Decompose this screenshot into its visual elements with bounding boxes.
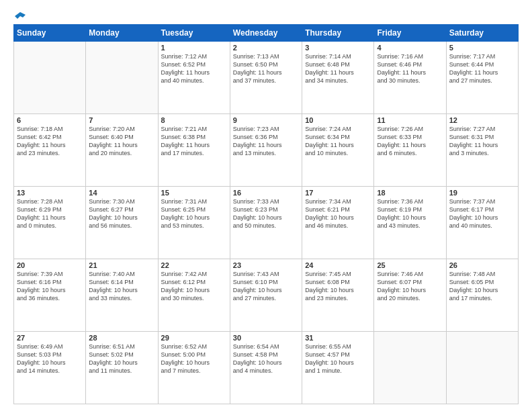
day-number: 25 — [377, 261, 443, 269]
day-info: Sunrise: 7:34 AM Sunset: 6:21 PM Dayligh… — [305, 197, 371, 230]
day-info: Sunrise: 6:49 AM Sunset: 5:03 PM Dayligh… — [17, 342, 83, 375]
day-info: Sunrise: 7:14 AM Sunset: 6:48 PM Dayligh… — [305, 52, 371, 85]
column-header-friday: Friday — [374, 25, 446, 42]
column-header-tuesday: Tuesday — [158, 25, 230, 42]
day-info: Sunrise: 6:51 AM Sunset: 5:02 PM Dayligh… — [89, 342, 154, 375]
calendar-cell: 6Sunrise: 7:18 AM Sunset: 6:42 PM Daylig… — [14, 114, 86, 187]
calendar-cell: 3Sunrise: 7:14 AM Sunset: 6:48 PM Daylig… — [302, 42, 374, 114]
calendar-header-row: SundayMondayTuesdayWednesdayThursdayFrid… — [14, 25, 519, 42]
day-info: Sunrise: 6:55 AM Sunset: 4:57 PM Dayligh… — [305, 342, 371, 375]
logo-bird-icon — [15, 11, 26, 21]
day-number: 22 — [161, 261, 227, 269]
calendar-cell: 8Sunrise: 7:21 AM Sunset: 6:38 PM Daylig… — [158, 114, 230, 187]
day-number: 10 — [305, 116, 371, 124]
day-info: Sunrise: 7:21 AM Sunset: 6:38 PM Dayligh… — [161, 125, 227, 158]
day-number: 8 — [161, 116, 227, 124]
day-info: Sunrise: 7:43 AM Sunset: 6:10 PM Dayligh… — [233, 270, 299, 303]
week-row-1: 1Sunrise: 7:12 AM Sunset: 6:52 PM Daylig… — [14, 42, 519, 114]
calendar-cell: 14Sunrise: 7:30 AM Sunset: 6:27 PM Dayli… — [86, 187, 158, 259]
calendar-cell: 30Sunrise: 6:54 AM Sunset: 4:58 PM Dayli… — [230, 332, 302, 404]
day-number: 17 — [305, 189, 371, 197]
day-number: 23 — [233, 261, 299, 269]
column-header-wednesday: Wednesday — [230, 25, 302, 42]
day-number: 11 — [377, 116, 443, 124]
calendar-cell: 18Sunrise: 7:36 AM Sunset: 6:19 PM Dayli… — [374, 187, 446, 259]
calendar-page: SundayMondayTuesdayWednesdayThursdayFrid… — [0, 0, 532, 411]
day-number: 6 — [17, 116, 83, 124]
day-info: Sunrise: 6:54 AM Sunset: 4:58 PM Dayligh… — [233, 342, 299, 375]
calendar-cell: 9Sunrise: 7:23 AM Sunset: 6:36 PM Daylig… — [230, 114, 302, 187]
calendar-table: SundayMondayTuesdayWednesdayThursdayFrid… — [13, 24, 519, 404]
day-info: Sunrise: 7:33 AM Sunset: 6:23 PM Dayligh… — [233, 197, 299, 230]
calendar-cell: 25Sunrise: 7:46 AM Sunset: 6:07 PM Dayli… — [374, 259, 446, 332]
calendar-cell: 11Sunrise: 7:26 AM Sunset: 6:33 PM Dayli… — [374, 114, 446, 187]
calendar-cell: 13Sunrise: 7:28 AM Sunset: 6:29 PM Dayli… — [14, 187, 86, 259]
calendar-cell — [14, 42, 86, 114]
logo — [13, 11, 26, 19]
day-number: 27 — [17, 334, 83, 342]
calendar-cell: 10Sunrise: 7:24 AM Sunset: 6:34 PM Dayli… — [302, 114, 374, 187]
day-number: 5 — [449, 44, 515, 52]
day-number: 4 — [377, 44, 443, 52]
day-info: Sunrise: 7:20 AM Sunset: 6:40 PM Dayligh… — [89, 125, 154, 158]
calendar-cell: 19Sunrise: 7:37 AM Sunset: 6:17 PM Dayli… — [446, 187, 518, 259]
day-number: 20 — [17, 261, 83, 269]
calendar-cell: 24Sunrise: 7:45 AM Sunset: 6:08 PM Dayli… — [302, 259, 374, 332]
day-number: 19 — [449, 189, 515, 197]
day-number: 30 — [233, 334, 299, 342]
calendar-cell: 5Sunrise: 7:17 AM Sunset: 6:44 PM Daylig… — [446, 42, 518, 114]
calendar-cell: 31Sunrise: 6:55 AM Sunset: 4:57 PM Dayli… — [302, 332, 374, 404]
day-info: Sunrise: 7:30 AM Sunset: 6:27 PM Dayligh… — [89, 197, 154, 230]
day-info: Sunrise: 7:24 AM Sunset: 6:34 PM Dayligh… — [305, 125, 371, 158]
day-number: 24 — [305, 261, 371, 269]
header — [13, 11, 519, 19]
calendar-cell: 16Sunrise: 7:33 AM Sunset: 6:23 PM Dayli… — [230, 187, 302, 259]
svg-marker-0 — [15, 12, 26, 19]
day-info: Sunrise: 6:52 AM Sunset: 5:00 PM Dayligh… — [161, 342, 227, 375]
day-number: 7 — [89, 116, 154, 124]
column-header-saturday: Saturday — [446, 25, 518, 42]
calendar-cell: 28Sunrise: 6:51 AM Sunset: 5:02 PM Dayli… — [86, 332, 158, 404]
day-info: Sunrise: 7:16 AM Sunset: 6:46 PM Dayligh… — [377, 52, 443, 85]
calendar-cell: 20Sunrise: 7:39 AM Sunset: 6:16 PM Dayli… — [14, 259, 86, 332]
day-number: 9 — [233, 116, 299, 124]
calendar-cell: 23Sunrise: 7:43 AM Sunset: 6:10 PM Dayli… — [230, 259, 302, 332]
calendar-cell: 21Sunrise: 7:40 AM Sunset: 6:14 PM Dayli… — [86, 259, 158, 332]
day-info: Sunrise: 7:17 AM Sunset: 6:44 PM Dayligh… — [449, 52, 515, 85]
calendar-cell: 26Sunrise: 7:48 AM Sunset: 6:05 PM Dayli… — [446, 259, 518, 332]
calendar-cell: 1Sunrise: 7:12 AM Sunset: 6:52 PM Daylig… — [158, 42, 230, 114]
day-info: Sunrise: 7:36 AM Sunset: 6:19 PM Dayligh… — [377, 197, 443, 230]
day-number: 14 — [89, 189, 154, 197]
day-info: Sunrise: 7:48 AM Sunset: 6:05 PM Dayligh… — [449, 270, 515, 303]
calendar-cell: 7Sunrise: 7:20 AM Sunset: 6:40 PM Daylig… — [86, 114, 158, 187]
week-row-3: 13Sunrise: 7:28 AM Sunset: 6:29 PM Dayli… — [14, 187, 519, 259]
day-info: Sunrise: 7:37 AM Sunset: 6:17 PM Dayligh… — [449, 197, 515, 230]
day-number: 29 — [161, 334, 227, 342]
day-info: Sunrise: 7:26 AM Sunset: 6:33 PM Dayligh… — [377, 125, 443, 158]
day-info: Sunrise: 7:31 AM Sunset: 6:25 PM Dayligh… — [161, 197, 227, 230]
column-header-monday: Monday — [86, 25, 158, 42]
day-number: 2 — [233, 44, 299, 52]
calendar-cell: 29Sunrise: 6:52 AM Sunset: 5:00 PM Dayli… — [158, 332, 230, 404]
calendar-cell: 2Sunrise: 7:13 AM Sunset: 6:50 PM Daylig… — [230, 42, 302, 114]
calendar-cell — [446, 332, 518, 404]
day-info: Sunrise: 7:42 AM Sunset: 6:12 PM Dayligh… — [161, 270, 227, 303]
day-info: Sunrise: 7:39 AM Sunset: 6:16 PM Dayligh… — [17, 270, 83, 303]
calendar-cell: 15Sunrise: 7:31 AM Sunset: 6:25 PM Dayli… — [158, 187, 230, 259]
day-info: Sunrise: 7:23 AM Sunset: 6:36 PM Dayligh… — [233, 125, 299, 158]
day-number: 15 — [161, 189, 227, 197]
day-info: Sunrise: 7:28 AM Sunset: 6:29 PM Dayligh… — [17, 197, 83, 230]
calendar-cell: 22Sunrise: 7:42 AM Sunset: 6:12 PM Dayli… — [158, 259, 230, 332]
day-info: Sunrise: 7:45 AM Sunset: 6:08 PM Dayligh… — [305, 270, 371, 303]
day-number: 28 — [89, 334, 154, 342]
day-number: 31 — [305, 334, 371, 342]
day-info: Sunrise: 7:12 AM Sunset: 6:52 PM Dayligh… — [161, 52, 227, 85]
week-row-2: 6Sunrise: 7:18 AM Sunset: 6:42 PM Daylig… — [14, 114, 519, 187]
calendar-cell — [86, 42, 158, 114]
day-number: 16 — [233, 189, 299, 197]
column-header-sunday: Sunday — [14, 25, 86, 42]
week-row-5: 27Sunrise: 6:49 AM Sunset: 5:03 PM Dayli… — [14, 332, 519, 404]
calendar-cell: 17Sunrise: 7:34 AM Sunset: 6:21 PM Dayli… — [302, 187, 374, 259]
day-info: Sunrise: 7:40 AM Sunset: 6:14 PM Dayligh… — [89, 270, 154, 303]
day-number: 13 — [17, 189, 83, 197]
